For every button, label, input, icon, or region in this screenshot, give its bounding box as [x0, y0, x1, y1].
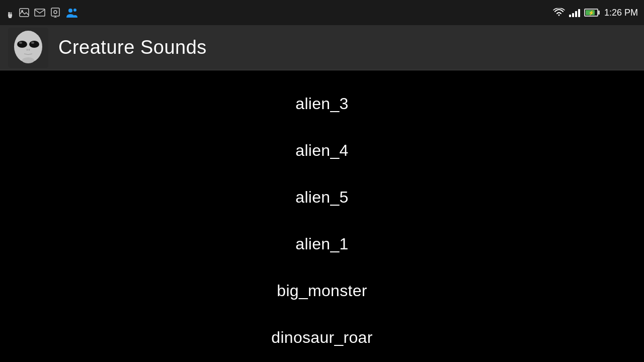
alien-face-icon	[8, 28, 48, 68]
svg-point-9	[73, 9, 76, 12]
svg-point-18	[22, 57, 34, 63]
sound-name: alien_3	[295, 95, 348, 113]
app-header: Creature Sounds	[0, 25, 644, 70]
image-icon	[19, 8, 29, 17]
signal-bars	[569, 8, 580, 17]
battery-bolt: ⚡	[588, 10, 594, 16]
sound-name: alien_1	[295, 235, 348, 253]
clock-icon	[50, 8, 60, 18]
svg-point-13	[29, 41, 39, 48]
sound-name: alien_5	[295, 188, 348, 206]
wifi-icon	[553, 8, 565, 17]
svg-point-14	[19, 42, 22, 44]
svg-point-1	[11, 13, 12, 14]
sound-list-item[interactable]: alien_3	[0, 80, 644, 127]
sound-list: alien_3alien_4alien_5alien_1big_monsterd…	[0, 80, 644, 361]
sound-list-item[interactable]: alien_1	[0, 221, 644, 267]
app-title: Creature Sounds	[58, 37, 207, 58]
status-bar-left-icons	[6, 7, 78, 18]
sound-list-item[interactable]: alien_5	[0, 174, 644, 221]
status-time: 1:26 PM	[604, 8, 638, 18]
svg-point-16	[27, 49, 28, 51]
app-icon	[8, 28, 48, 68]
sound-name: dinosaur_roar	[271, 328, 372, 346]
status-bar: ⚡ 1:26 PM	[0, 0, 644, 25]
sound-list-item[interactable]: big_monster	[0, 267, 644, 314]
svg-point-0	[8, 12, 10, 14]
status-bar-right-icons: ⚡ 1:26 PM	[553, 8, 638, 18]
battery-icon: ⚡	[584, 9, 598, 17]
svg-point-17	[29, 49, 30, 51]
svg-point-7	[54, 11, 57, 14]
people-icon	[65, 8, 78, 18]
sound-name: big_monster	[277, 282, 367, 300]
main-content[interactable]: alien_3alien_4alien_5alien_1big_monsterd…	[0, 70, 644, 362]
svg-point-15	[31, 42, 34, 44]
usb-icon	[6, 7, 14, 18]
svg-rect-5	[35, 9, 45, 16]
svg-point-8	[68, 9, 72, 13]
svg-rect-2	[9, 16, 12, 18]
svg-point-12	[17, 41, 27, 48]
sound-list-item[interactable]: dinosaur_roar	[0, 314, 644, 361]
sound-list-item[interactable]: alien_4	[0, 127, 644, 174]
sound-name: alien_4	[295, 141, 348, 159]
svg-rect-6	[51, 8, 59, 16]
mail-icon	[34, 9, 45, 17]
